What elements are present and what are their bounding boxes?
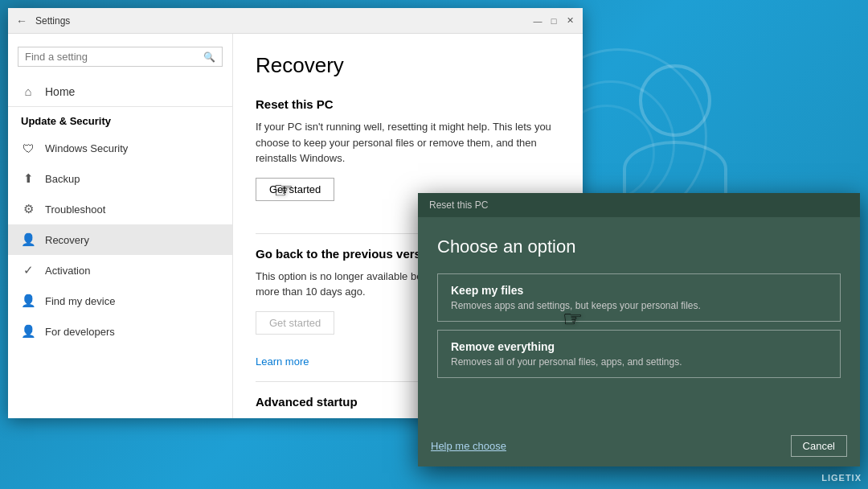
sidebar-item-label: Windows Security (45, 142, 128, 154)
option1-title: Keep my files (451, 284, 827, 297)
developers-icon: 👤 (21, 324, 35, 339)
sidebar-item-find-my-device[interactable]: 👤 Find my device (8, 286, 232, 316)
cancel-button[interactable]: Cancel (791, 435, 847, 457)
window-controls: — □ ✕ (533, 16, 575, 26)
dialog-title-bar: Reset this PC (418, 193, 860, 217)
reset-get-started-button[interactable]: Get started (256, 178, 334, 201)
learn-more-link[interactable]: Learn more (256, 355, 309, 368)
window-title: Settings (35, 15, 533, 27)
home-label: Home (45, 85, 75, 98)
search-icon: 🔍 (203, 51, 215, 63)
title-bar: ← Settings — □ ✕ (8, 8, 583, 34)
close-button[interactable]: ✕ (565, 16, 575, 26)
backup-icon: ⬆ (21, 171, 35, 186)
search-box[interactable]: 🔍 (18, 47, 223, 67)
option2-desc: Removes all of your personal files, apps… (451, 356, 827, 368)
sidebar-item-home[interactable]: ⌂ Home (8, 76, 232, 107)
reset-dialog: Reset this PC Choose an option Keep my f… (418, 193, 860, 466)
watermark: LIGETIX (821, 473, 862, 483)
minimize-button[interactable]: — (533, 16, 542, 26)
decorative-shoulders (623, 141, 727, 197)
sidebar-item-activation[interactable]: ✓ Activation (8, 255, 232, 286)
decorative-head (639, 64, 711, 137)
maximize-button[interactable]: □ (549, 16, 559, 26)
section-header: Update & Security (8, 110, 232, 134)
shield-icon: 🛡 (21, 142, 35, 155)
option1-desc: Removes apps and settings, but keeps you… (451, 300, 827, 311)
sidebar-item-windows-security[interactable]: 🛡 Windows Security (8, 134, 232, 163)
sidebar-item-label: Activation (45, 265, 90, 277)
sidebar-item-label: Find my device (45, 295, 115, 307)
help-me-choose-link[interactable]: Help me choose (431, 440, 506, 452)
keep-my-files-button[interactable]: Keep my files Removes apps and settings,… (437, 273, 841, 322)
dialog-footer: Help me choose Cancel (418, 429, 860, 466)
dialog-heading: Choose an option (437, 236, 841, 257)
reset-section-desc: If your PC isn't running well, resetting… (256, 119, 560, 166)
home-icon: ⌂ (21, 84, 35, 98)
reset-section-title: Reset this PC (256, 97, 560, 111)
sidebar-item-recovery[interactable]: 👤 Recovery (8, 224, 232, 255)
recovery-icon: 👤 (21, 232, 35, 247)
sidebar-item-label: Troubleshoot (45, 203, 105, 216)
dialog-title: Reset this PC (429, 199, 488, 211)
dialog-body: Choose an option Keep my files Removes a… (418, 217, 860, 429)
back-button[interactable]: ← (16, 14, 27, 27)
sidebar: 🔍 ⌂ Home Update & Security 🛡 Windows Sec… (8, 34, 233, 418)
go-back-get-started-button: Get started (256, 311, 334, 335)
sidebar-item-label: For developers (45, 326, 115, 338)
activation-icon: ✓ (21, 263, 35, 277)
find-device-icon: 👤 (21, 294, 35, 308)
sidebar-item-backup[interactable]: ⬆ Backup (8, 163, 232, 194)
remove-everything-button[interactable]: Remove everything Removes all of your pe… (437, 330, 841, 378)
sidebar-item-troubleshoot[interactable]: ⚙ Troubleshoot (8, 194, 232, 224)
troubleshoot-icon: ⚙ (21, 202, 35, 216)
option2-title: Remove everything (451, 340, 827, 353)
page-title: Recovery (256, 53, 560, 78)
sidebar-item-label: Recovery (45, 234, 89, 246)
search-input[interactable] (25, 51, 203, 63)
sidebar-item-label: Backup (45, 173, 80, 185)
sidebar-item-for-developers[interactable]: 👤 For developers (8, 316, 232, 347)
